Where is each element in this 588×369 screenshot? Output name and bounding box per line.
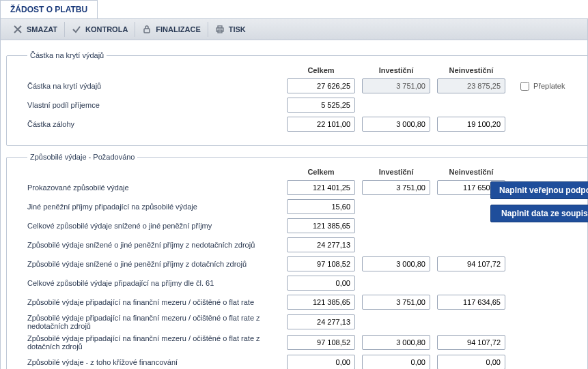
print-label: TISK xyxy=(229,25,246,33)
print-button[interactable]: TISK xyxy=(208,22,253,37)
row-label: Způsobilé výdaje připadající na finanční… xyxy=(27,314,280,330)
amount-input[interactable] xyxy=(287,98,355,113)
check-button[interactable]: KONTROLA xyxy=(65,22,135,37)
amount-input[interactable] xyxy=(287,256,355,271)
amount-input[interactable] xyxy=(437,256,505,271)
printer-icon xyxy=(215,25,225,34)
check-label: KONTROLA xyxy=(85,25,128,33)
amount-input[interactable] xyxy=(287,237,355,252)
row-label: Částka zálohy xyxy=(27,120,280,128)
row-label: Celkové způsobilé výdaje připadající na … xyxy=(27,279,280,287)
amount-input[interactable] xyxy=(362,295,430,310)
col-header-celkem: Celkem xyxy=(287,168,355,176)
amount-input[interactable] xyxy=(437,117,505,132)
amount-input[interactable] xyxy=(362,117,430,132)
check-icon xyxy=(72,25,81,34)
section-eligible: Způsobilé výdaje - Požadováno Naplnit ve… xyxy=(6,153,588,369)
row-label: Celkové způsobilé výdaje snížené o jiné … xyxy=(27,222,280,230)
delete-button[interactable]: SMAZAT xyxy=(6,22,65,37)
amount-input[interactable] xyxy=(287,276,355,291)
col-header-investicni: Investiční xyxy=(362,168,430,176)
page-tab[interactable]: ŽÁDOST O PLATBU xyxy=(0,0,98,18)
preplatek-field[interactable]: Přeplatek xyxy=(512,82,588,91)
col-header-neinvesticni: Neinvestiční xyxy=(437,66,505,74)
col-header-celkem: Celkem xyxy=(287,66,355,74)
amount-input[interactable] xyxy=(362,180,430,195)
svg-rect-2 xyxy=(218,26,222,28)
amount-input[interactable] xyxy=(287,199,355,214)
col-header-investicni: Investiční xyxy=(362,66,430,74)
amount-input[interactable] xyxy=(287,314,355,329)
row-label: Způsobilé výdaje snížené o jiné peněžní … xyxy=(27,241,280,249)
row-label: Způsobilé výdaje snížené o jiné peněžní … xyxy=(27,260,280,268)
row-label: Způsobilé výdaje - z toho křížové financ… xyxy=(27,358,280,366)
amount-input[interactable] xyxy=(437,78,505,93)
fill-data-from-list-button[interactable]: Naplnit data ze soupisky xyxy=(490,205,588,222)
amount-input[interactable] xyxy=(362,256,430,271)
amount-input[interactable] xyxy=(362,335,430,350)
amount-input[interactable] xyxy=(362,355,430,369)
section-coverage-legend: Částka na krytí výdajů xyxy=(27,51,107,59)
amount-input[interactable] xyxy=(362,78,430,93)
row-label: Jiné peněžní příjmy připadající na způso… xyxy=(27,203,280,211)
fill-public-support-button[interactable]: Naplnit veřejnou podporu xyxy=(490,181,588,199)
finalize-label: FINALIZACE xyxy=(156,25,200,33)
section-coverage: Částka na krytí výdajů Celkem Investiční… xyxy=(6,51,588,146)
amount-input[interactable] xyxy=(287,355,355,369)
amount-input[interactable] xyxy=(287,180,355,195)
lock-icon xyxy=(142,25,152,34)
row-label: Způsobilé výdaje připadající na finanční… xyxy=(27,334,280,351)
row-label: Prokazované způsobilé výdaje xyxy=(27,183,280,192)
preplatek-checkbox[interactable] xyxy=(520,82,529,91)
delete-label: SMAZAT xyxy=(27,25,57,33)
amount-input[interactable] xyxy=(287,117,355,132)
section-eligible-legend: Způsobilé výdaje - Požadováno xyxy=(27,153,137,161)
svg-rect-0 xyxy=(144,29,150,33)
amount-input[interactable] xyxy=(437,355,505,369)
amount-input[interactable] xyxy=(287,335,355,350)
preplatek-label: Přeplatek xyxy=(533,82,565,90)
toolbar: SMAZAT KONTROLA FINALIZACE TISK xyxy=(0,18,588,40)
amount-input[interactable] xyxy=(287,295,355,310)
amount-input[interactable] xyxy=(287,218,355,233)
row-label: Způsobilé výdaje připadající na finanční… xyxy=(27,298,280,306)
amount-input[interactable] xyxy=(437,335,505,350)
form-body: Částka na krytí výdajů Celkem Investiční… xyxy=(0,40,588,369)
col-header-neinvesticni: Neinvestiční xyxy=(437,168,505,176)
side-actions: Naplnit veřejnou podporu Naplnit data ze… xyxy=(490,181,588,222)
row-label: Částka na krytí výdajů xyxy=(27,82,280,90)
x-icon xyxy=(13,25,23,34)
finalize-button[interactable]: FINALIZACE xyxy=(135,22,208,37)
amount-input[interactable] xyxy=(287,78,355,93)
row-label: Vlastní podíl příjemce xyxy=(27,101,280,109)
amount-input[interactable] xyxy=(437,295,505,310)
